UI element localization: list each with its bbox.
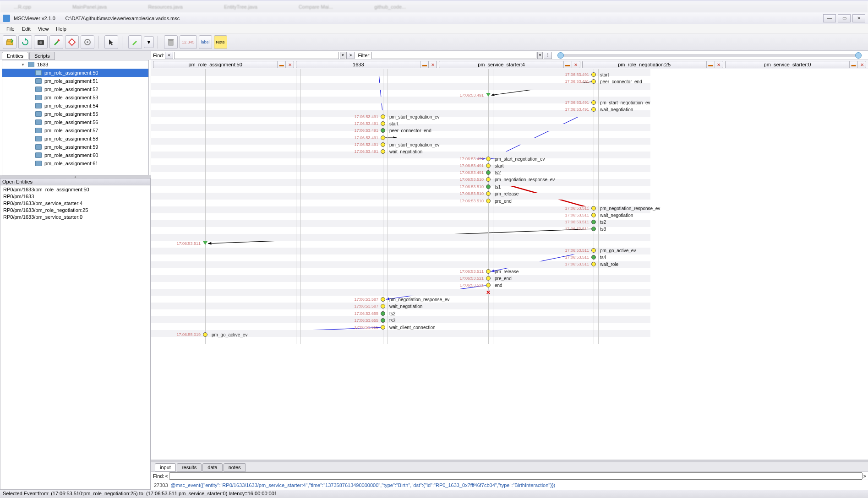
tab-data[interactable]: data xyxy=(202,463,222,471)
entity-header[interactable]: pm_role_negotiation:25▬✕ xyxy=(582,61,723,68)
tab-results[interactable]: results xyxy=(177,463,202,471)
event-dot[interactable] xyxy=(486,163,491,168)
event-dot[interactable] xyxy=(486,177,491,182)
camera-button[interactable] xyxy=(34,35,48,49)
event-dot[interactable] xyxy=(381,325,385,330)
tree-item[interactable]: pm_role_assignment:60 xyxy=(2,151,148,159)
console-find-input[interactable] xyxy=(169,472,863,480)
event-dot[interactable] xyxy=(486,157,491,161)
settings-button[interactable] xyxy=(81,35,94,49)
event-dot[interactable] xyxy=(591,248,596,253)
tree-item[interactable]: pm_role_assignment:58 xyxy=(2,135,148,143)
event-dot[interactable] xyxy=(591,107,596,112)
find-prev-button[interactable]: < xyxy=(165,52,173,59)
entity-minimize-button[interactable]: ▬ xyxy=(849,61,857,68)
event-dot[interactable] xyxy=(381,297,385,302)
find-dropdown[interactable]: ▼ xyxy=(340,52,345,59)
open-entity-item[interactable]: RP0/pm/1633 xyxy=(3,193,147,200)
tool-dropdown[interactable]: ▼ xyxy=(144,36,154,48)
menu-file[interactable]: File xyxy=(3,25,18,32)
close-button[interactable]: ✕ xyxy=(852,14,865,22)
event-dot[interactable] xyxy=(381,149,385,154)
collapse-icon[interactable]: ▼ xyxy=(21,62,25,67)
event-dot[interactable] xyxy=(486,199,491,203)
entity-header[interactable]: pm_service_starter:4▬✕ xyxy=(439,61,580,68)
entity-minimize-button[interactable]: ▬ xyxy=(563,61,572,68)
highlighter-tool[interactable] xyxy=(128,35,142,49)
event-marker[interactable] xyxy=(486,93,491,97)
menu-view[interactable]: View xyxy=(34,25,53,32)
tree-item[interactable]: pm_role_assignment:59 xyxy=(2,143,148,151)
open-button[interactable] xyxy=(3,35,16,49)
event-dot[interactable] xyxy=(591,262,596,266)
tree-root[interactable]: ▼ 1633 xyxy=(2,60,148,69)
event-marker[interactable] xyxy=(203,241,207,245)
entity-header[interactable]: pm_role_assignment:50▬✕ xyxy=(153,61,294,68)
entity-header[interactable]: pm_service_starter:0▬✕ xyxy=(725,61,866,68)
tree-item[interactable]: pm_role_assignment:55 xyxy=(2,110,148,118)
filter-input[interactable] xyxy=(371,52,536,59)
event-dot[interactable] xyxy=(486,191,491,196)
event-dot[interactable] xyxy=(486,170,491,175)
pointer-tool[interactable] xyxy=(104,35,118,49)
event-dot[interactable] xyxy=(381,135,385,140)
entity-minimize-button[interactable]: ▬ xyxy=(277,61,285,68)
event-dot[interactable] xyxy=(486,269,491,274)
console-output[interactable]: 27303 @msc_event({"entity":"RP0/1633/163… xyxy=(151,480,868,490)
tree-item[interactable]: pm_role_assignment:51 xyxy=(2,77,148,85)
tree-item[interactable]: pm_role_assignment:50 xyxy=(2,69,148,77)
entity-close-button[interactable]: ✕ xyxy=(857,61,866,68)
event-dot[interactable] xyxy=(486,184,491,189)
tree-item[interactable]: pm_role_assignment:54 xyxy=(2,102,148,110)
entity-close-button[interactable]: ✕ xyxy=(428,61,437,68)
tab-entities[interactable]: Entities xyxy=(2,52,28,60)
event-dot[interactable] xyxy=(591,220,596,224)
clear-marker-button[interactable] xyxy=(65,35,79,49)
show-notes-button[interactable]: Note xyxy=(214,35,227,49)
event-dot[interactable] xyxy=(591,206,596,211)
event-dot[interactable] xyxy=(591,255,596,260)
event-dot[interactable] xyxy=(591,227,596,231)
event-dot[interactable] xyxy=(381,128,385,133)
show-labels-button[interactable]: label xyxy=(199,35,212,49)
event-dot[interactable] xyxy=(591,100,596,105)
show-timestamps-button[interactable]: 12.345 xyxy=(180,35,197,49)
event-dot[interactable] xyxy=(381,318,385,323)
event-dot[interactable] xyxy=(591,213,596,217)
entity-close-button[interactable]: ✕ xyxy=(715,61,723,68)
reload-button[interactable] xyxy=(18,35,32,49)
maximize-button[interactable]: ▭ xyxy=(838,14,851,22)
event-dot[interactable] xyxy=(381,114,385,119)
diagram-canvas[interactable]: start17:06:53.491peer_connector_end17:06… xyxy=(151,69,868,460)
entity-tree[interactable]: ▼ 1633 pm_role_assignment:50pm_role_assi… xyxy=(2,60,149,175)
open-entity-item[interactable]: RP0/pm/1633/pm_role_negotiation:25 xyxy=(3,207,147,214)
minimize-button[interactable]: — xyxy=(823,14,836,22)
open-entity-item[interactable]: RP0/pm/1633/pm_service_starter:4 xyxy=(3,200,147,207)
event-dot[interactable] xyxy=(381,142,385,147)
event-dot[interactable] xyxy=(591,79,596,84)
tree-item[interactable]: pm_role_assignment:57 xyxy=(2,126,148,135)
menu-help[interactable]: Help xyxy=(52,25,70,32)
open-entity-item[interactable]: RP0/pm/1633/pm_service_starter:0 xyxy=(3,214,147,221)
tree-item[interactable]: pm_role_assignment:61 xyxy=(2,159,148,168)
terminate-icon[interactable]: ✕ xyxy=(486,289,491,296)
event-dot[interactable] xyxy=(486,276,491,281)
event-dot[interactable] xyxy=(381,121,385,126)
find-input[interactable] xyxy=(174,52,339,59)
event-dot[interactable] xyxy=(591,72,596,77)
event-dot[interactable] xyxy=(381,311,385,316)
open-entities-list[interactable]: RP0/pm/1633/pm_role_assignment:50RP0/pm/… xyxy=(0,185,151,490)
tab-input[interactable]: input xyxy=(155,463,176,471)
tab-notes[interactable]: notes xyxy=(224,463,246,471)
marker-button[interactable] xyxy=(49,35,63,49)
open-entity-item[interactable]: RP0/pm/1633/pm_role_assignment:50 xyxy=(3,186,147,193)
range-slider[interactable] xyxy=(557,54,862,57)
event-dot[interactable] xyxy=(381,304,385,309)
tree-item[interactable]: pm_role_assignment:52 xyxy=(2,85,148,93)
filter-dropdown[interactable]: ▼ xyxy=(537,52,543,59)
find-next-button[interactable]: > xyxy=(346,52,355,59)
slider-thumb-right[interactable] xyxy=(855,52,862,59)
tree-item[interactable]: pm_role_assignment:53 xyxy=(2,93,148,102)
console-find-prev[interactable]: < xyxy=(165,473,168,479)
entity-minimize-button[interactable]: ▬ xyxy=(706,61,715,68)
